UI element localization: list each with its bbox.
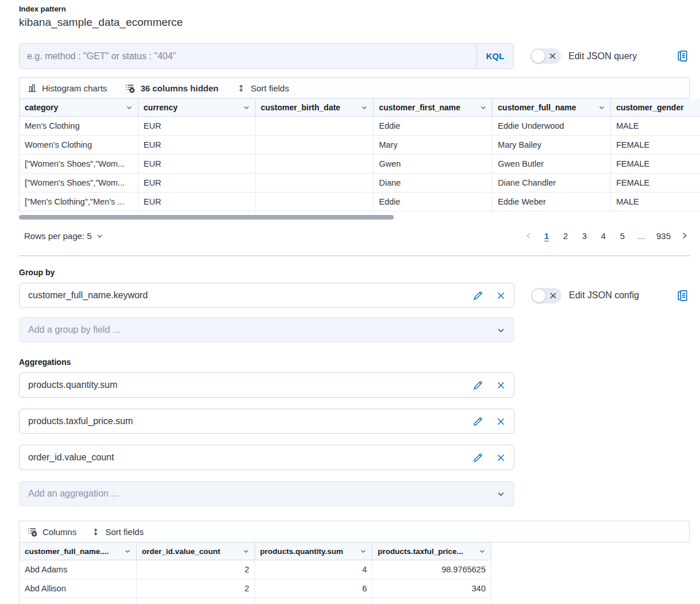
column-header-customer-birth-date[interactable]: customer_birth_date — [256, 99, 374, 117]
aggregation-field[interactable]: products.quantity.sum — [19, 372, 514, 398]
chevron-down-icon[interactable] — [243, 104, 250, 111]
cell-customer-birth-date — [256, 117, 374, 136]
column-header-category[interactable]: category — [20, 99, 139, 117]
page-button-935[interactable]: 935 — [654, 229, 673, 243]
edit-pencil-icon[interactable] — [472, 380, 483, 391]
cell-currency: EUR — [139, 136, 256, 155]
chevron-down-icon[interactable] — [243, 548, 249, 555]
chevron-down-icon[interactable] — [126, 104, 133, 111]
edit-pencil-icon[interactable] — [472, 290, 483, 301]
edit-pencil-icon[interactable] — [472, 416, 483, 427]
table-row: Women's Clothing EUR Mary Mary Bailey FE… — [20, 136, 700, 155]
aggregation-value: order_id.value_count — [28, 452, 114, 463]
table-row: ["Men's Clothing","Men's ... EUR Eddie E… — [20, 193, 700, 211]
cell-customer-full-name: Eddie Weber — [493, 193, 611, 211]
remove-x-icon[interactable] — [497, 417, 505, 426]
column-header-customer-first-name[interactable]: customer_first_name — [374, 99, 493, 117]
horizontal-scrollbar — [19, 215, 700, 220]
chevron-down-icon[interactable] — [361, 104, 368, 111]
cell-category: ["Women's Shoes","Wom... — [20, 155, 139, 174]
copy-json-config-icon[interactable] — [676, 290, 689, 302]
next-page-icon[interactable] — [679, 232, 690, 240]
column-header-customer-full-name[interactable]: customer_full_name — [493, 99, 611, 117]
cell-customer-gender: FEMALE — [611, 155, 700, 174]
remove-x-icon[interactable] — [497, 291, 505, 300]
edit-json-config-toggle[interactable] — [531, 288, 561, 303]
scrollbar-thumb[interactable] — [19, 215, 394, 220]
cell-customer-first-name: Gwen — [374, 155, 493, 174]
table-row: Abd Adams 2 4 98.9765625 — [20, 560, 491, 579]
column-header-order-id-value-count[interactable]: order_id.value_count — [137, 543, 255, 560]
pagination-pages: 1 2 3 4 5 ... 935 — [524, 229, 690, 243]
chevron-down-icon — [497, 490, 505, 498]
rows-per-page-dropdown[interactable]: Rows per page: 5 — [19, 231, 103, 241]
kql-search-input[interactable]: e.g. method : "GET" or status : "404" KQ… — [19, 43, 514, 69]
cell-taxful-price-sum: 340 — [372, 579, 491, 598]
page-button-2[interactable]: 2 — [559, 229, 572, 243]
add-aggregation-select[interactable]: Add an aggregation ... — [19, 481, 514, 506]
cell-customer-birth-date — [256, 136, 374, 155]
columns-icon — [28, 527, 37, 537]
cell-customer-full-name: Mary Bailey — [493, 136, 611, 155]
grid2-toolbar: Columns Sort fields — [19, 521, 690, 543]
toggle-off-x-icon — [549, 291, 557, 302]
remove-x-icon[interactable] — [497, 453, 505, 462]
column-header-products-taxful-price[interactable]: products.taxful_price... — [372, 543, 491, 560]
copy-json-query-icon[interactable] — [676, 50, 689, 62]
pagination-row: Rows per page: 5 1 2 3 4 5 ... 935 — [19, 225, 690, 246]
add-group-by-placeholder: Add a group by field ... — [28, 325, 120, 335]
group-by-field[interactable]: customer_full_name.keyword — [19, 283, 514, 308]
sort-icon — [91, 528, 100, 536]
cell-currency: EUR — [139, 155, 256, 174]
cell-customer-full-name: Eddie Underwood — [493, 117, 611, 136]
column-header-customer-gender[interactable]: customer_gender — [611, 99, 700, 117]
kql-language-button[interactable]: KQL — [476, 44, 513, 68]
cell-currency: EUR — [139, 117, 256, 136]
column-header-customer-full-name-keyword[interactable]: customer_full_name.... — [20, 543, 137, 560]
edit-json-config-label: Edit JSON config — [569, 290, 639, 301]
sort-fields-label: Sort fields — [251, 83, 289, 93]
cell-customer-full-name: Diane Chandler — [493, 174, 611, 193]
add-group-by-select[interactable]: Add a group by field ... — [19, 317, 514, 343]
edit-json-query-toggle[interactable] — [530, 48, 561, 64]
cell-customer-full-name: Abd Allison — [20, 579, 137, 598]
aggregation-field[interactable]: order_id.value_count — [19, 445, 514, 470]
chevron-down-icon — [96, 232, 103, 240]
section-divider — [19, 255, 690, 256]
cell-quantity-sum: 6 — [255, 579, 373, 598]
remove-x-icon[interactable] — [497, 381, 505, 390]
toggle-knob — [531, 49, 545, 63]
edit-json-query-label: Edit JSON query — [568, 51, 637, 61]
columns-hidden-button[interactable]: 36 columns hidden — [125, 83, 218, 93]
histogram-charts-button[interactable]: Histogram charts — [28, 83, 107, 93]
chevron-down-icon[interactable] — [124, 548, 131, 555]
aggregations-label: Aggregations — [19, 357, 690, 367]
aggregation-field[interactable]: products.taxful_price.sum — [19, 409, 514, 434]
chevron-down-icon[interactable] — [360, 548, 367, 555]
sort-fields-button[interactable]: Sort fields — [91, 527, 144, 537]
cell-currency: EUR — [139, 193, 256, 211]
column-header-products-quantity-sum[interactable]: products.quantity.sum — [255, 543, 373, 560]
sort-fields-button[interactable]: Sort fields — [237, 83, 289, 93]
previous-page-icon[interactable] — [524, 232, 534, 240]
page-button-3[interactable]: 3 — [578, 229, 591, 243]
chevron-down-icon[interactable] — [480, 104, 487, 111]
cell-quantity-sum: 4 — [255, 560, 373, 579]
chevron-down-icon[interactable] — [479, 548, 486, 555]
edit-pencil-icon[interactable] — [472, 452, 483, 463]
table-row — [20, 598, 491, 604]
grid1-toolbar: Histogram charts 36 columns hidden S — [19, 77, 690, 99]
cell-customer-birth-date — [256, 155, 374, 174]
toggle-off-x-icon — [549, 52, 556, 62]
cell-customer-gender: FEMALE — [611, 136, 700, 155]
table-row: Men's Clothing EUR Eddie Eddie Underwood… — [20, 117, 700, 136]
page-button-4[interactable]: 4 — [597, 229, 610, 243]
page-button-1[interactable]: 1 — [540, 229, 553, 243]
cell-taxful-price-sum — [372, 598, 491, 604]
column-header-currency[interactable]: currency — [139, 99, 256, 117]
page-button-5[interactable]: 5 — [616, 229, 629, 243]
columns-button[interactable]: Columns — [28, 527, 76, 537]
cell-order-count: 2 — [137, 560, 255, 579]
columns-label: Columns — [43, 527, 76, 537]
chevron-down-icon[interactable] — [598, 104, 605, 111]
